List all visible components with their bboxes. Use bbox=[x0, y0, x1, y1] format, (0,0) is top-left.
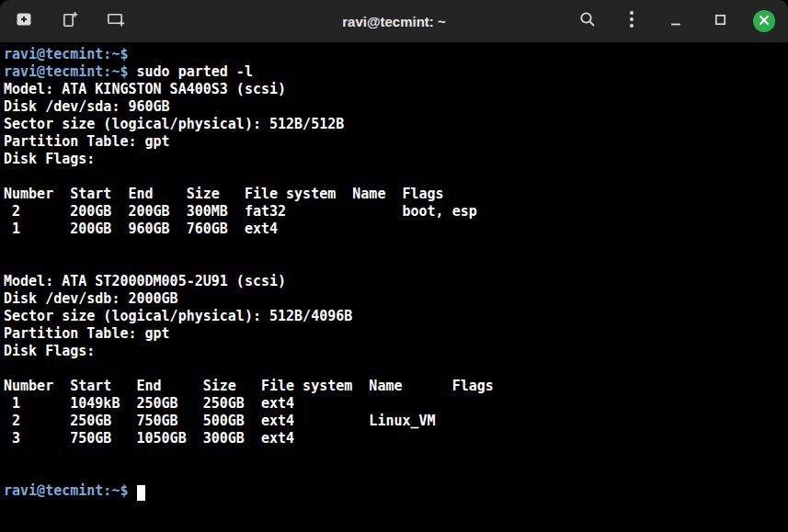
terminal-text: Disk /dev/sdb: 2000GB bbox=[4, 290, 178, 307]
shell-prompt: ravi@tecmint:~$ bbox=[4, 63, 128, 80]
shell-prompt: ravi@tecmint:~$ bbox=[4, 46, 128, 62]
shell-prompt: ravi@tecmint:~$ bbox=[4, 482, 128, 499]
terminal-line bbox=[4, 447, 788, 465]
split-terminal-button[interactable] bbox=[105, 10, 127, 32]
titlebar-right-actions bbox=[577, 10, 775, 32]
terminal-line bbox=[4, 255, 788, 273]
split-terminal-icon bbox=[107, 12, 126, 31]
new-window-icon bbox=[16, 12, 32, 30]
terminal-window: ravi@tecmint: ~ bbox=[0, 0, 788, 532]
close-icon bbox=[759, 13, 770, 29]
new-tab-icon bbox=[63, 11, 78, 31]
terminal-line: ravi@tecmint:~$ bbox=[4, 482, 788, 500]
terminal-line: Partition Table: gpt bbox=[4, 325, 788, 343]
terminal-text: Model: ATA KINGSTON SA400S3 (scsi) bbox=[4, 81, 286, 97]
terminal-line: Disk /dev/sda: 960GB bbox=[4, 98, 788, 116]
new-tab-button[interactable] bbox=[59, 10, 81, 32]
terminal-line bbox=[4, 360, 788, 378]
minimize-button[interactable] bbox=[665, 10, 687, 32]
terminal-output[interactable]: ravi@tecmint:~$ravi@tecmint:~$ sudo part… bbox=[0, 42, 788, 532]
search-button[interactable] bbox=[577, 10, 599, 32]
terminal-line bbox=[4, 238, 788, 255]
terminal-text: Disk /dev/sda: 960GB bbox=[4, 98, 170, 115]
terminal-line: Sector size (logical/physical): 512B/512… bbox=[4, 116, 788, 133]
terminal-text: Sector size (logical/physical): 512B/409… bbox=[4, 308, 352, 324]
terminal-line: Number Start End Size File system Name F… bbox=[4, 378, 788, 395]
titlebar-left-actions bbox=[13, 10, 127, 32]
terminal-line: 1 200GB 960GB 760GB ext4 bbox=[4, 221, 788, 238]
terminal-line bbox=[4, 465, 788, 482]
terminal-text: Disk Flags: bbox=[4, 343, 95, 359]
terminal-line: Partition Table: gpt bbox=[4, 133, 788, 151]
terminal-text: Partition Table: gpt bbox=[4, 133, 170, 150]
terminal-line: Disk /dev/sdb: 2000GB bbox=[4, 290, 788, 308]
menu-button[interactable] bbox=[621, 10, 643, 32]
terminal-text: Model: ATA ST2000DM005-2U91 (scsi) bbox=[4, 273, 286, 289]
maximize-icon bbox=[714, 13, 726, 29]
terminal-text: 2 200GB 200GB 300MB fat32 boot, esp bbox=[4, 203, 477, 220]
terminal-cursor bbox=[137, 485, 145, 501]
new-window-button[interactable] bbox=[13, 10, 35, 32]
titlebar: ravi@tecmint: ~ bbox=[0, 0, 788, 42]
terminal-line: ravi@tecmint:~$ sudo parted -l bbox=[4, 63, 788, 81]
terminal-line: Disk Flags: bbox=[4, 343, 788, 360]
terminal-text: Sector size (logical/physical): 512B/512… bbox=[4, 116, 344, 132]
terminal-text: Number Start End Size File system Name F… bbox=[4, 186, 444, 202]
maximize-button[interactable] bbox=[709, 10, 731, 32]
terminal-text: Number Start End Size File system Name F… bbox=[4, 378, 494, 394]
terminal-text: 3 750GB 1050GB 300GB ext4 bbox=[4, 430, 294, 447]
terminal-text: 1 200GB 960GB 760GB ext4 bbox=[4, 221, 278, 237]
terminal-line bbox=[4, 168, 788, 186]
search-icon bbox=[579, 11, 596, 31]
terminal-line: 2 250GB 750GB 500GB ext4 Linux_VM bbox=[4, 413, 788, 430]
kebab-menu-icon bbox=[629, 10, 634, 32]
terminal-line: Model: ATA ST2000DM005-2U91 (scsi) bbox=[4, 273, 788, 290]
terminal-text: sudo parted -l bbox=[128, 63, 252, 80]
minimize-icon bbox=[670, 13, 681, 29]
terminal-line: 1 1049kB 250GB 250GB ext4 bbox=[4, 395, 788, 413]
terminal-text: Disk Flags: bbox=[4, 151, 95, 167]
terminal-line: Model: ATA KINGSTON SA400S3 (scsi) bbox=[4, 81, 788, 98]
terminal-text bbox=[128, 482, 136, 499]
terminal-line: Disk Flags: bbox=[4, 151, 788, 168]
terminal-line: Sector size (logical/physical): 512B/409… bbox=[4, 308, 788, 325]
terminal-line: 2 200GB 200GB 300MB fat32 boot, esp bbox=[4, 203, 788, 221]
terminal-line: 3 750GB 1050GB 300GB ext4 bbox=[4, 430, 788, 447]
terminal-text: 1 1049kB 250GB 250GB ext4 bbox=[4, 395, 294, 412]
close-button[interactable] bbox=[753, 10, 775, 32]
terminal-line: ravi@tecmint:~$ bbox=[4, 46, 788, 63]
terminal-text: 2 250GB 750GB 500GB ext4 Linux_VM bbox=[4, 413, 436, 429]
terminal-line: Number Start End Size File system Name F… bbox=[4, 186, 788, 203]
terminal-text: Partition Table: gpt bbox=[4, 325, 170, 342]
